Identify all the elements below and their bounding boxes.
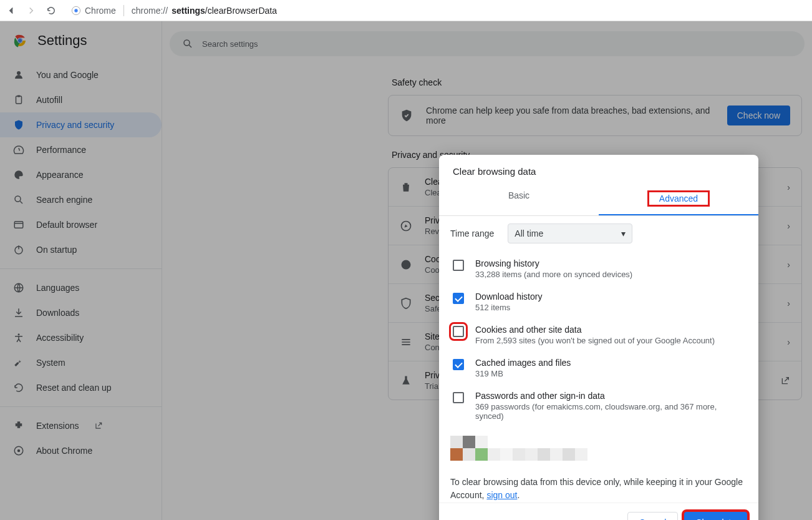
dialog-title: Clear browsing data	[439, 155, 758, 183]
signout-note: To clear browsing data from this device …	[450, 472, 747, 503]
tab-basic[interactable]: Basic	[439, 183, 599, 215]
caret-down-icon: ▾	[621, 228, 626, 238]
forward-button[interactable]	[25, 4, 37, 17]
checkbox-download-history[interactable]	[453, 293, 464, 304]
time-range-select[interactable]: All time ▾	[508, 223, 632, 243]
browser-toolbar: Chrome chrome://settings/clearBrowserDat…	[0, 0, 812, 21]
omnibox-url-bold: settings	[172, 6, 205, 16]
checkbox-browsing-history[interactable]	[453, 260, 464, 271]
cancel-button[interactable]: Cancel	[627, 512, 679, 520]
blurred-avatar-pixels	[450, 436, 747, 461]
option-browsing-history[interactable]: Browsing history33,288 items (and more o…	[450, 252, 747, 285]
option-passwords[interactable]: Passwords and other sign-in data369 pass…	[450, 385, 747, 427]
reload-button[interactable]	[45, 4, 57, 17]
chrome-icon	[71, 6, 81, 16]
dialog-tabs: Basic Advanced	[439, 183, 758, 216]
dialog-body[interactable]: Time range All time ▾ Browsing history33…	[439, 216, 758, 503]
dialog-actions: Cancel Clear data	[439, 503, 758, 520]
svg-point-1	[74, 9, 77, 12]
tab-advanced[interactable]: Advanced	[599, 183, 758, 215]
address-bar[interactable]: Chrome chrome://settings/clearBrowserDat…	[71, 5, 277, 16]
clear-browsing-data-dialog: Clear browsing data Basic Advanced Time …	[439, 155, 758, 520]
omnibox-url-rest: /clearBrowserData	[205, 6, 277, 16]
omnibox-product: Chrome	[85, 6, 116, 16]
time-range-label: Time range	[450, 228, 494, 238]
option-cached[interactable]: Cached images and files319 MB	[450, 351, 747, 385]
checkbox-cookies[interactable]	[453, 326, 464, 337]
checkbox-passwords[interactable]	[453, 392, 464, 403]
back-button[interactable]	[5, 4, 17, 17]
sign-out-link[interactable]: sign out	[486, 490, 517, 500]
option-cookies[interactable]: Cookies and other site dataFrom 2,593 si…	[450, 318, 747, 351]
option-download-history[interactable]: Download history512 items	[450, 285, 747, 318]
checkbox-cached[interactable]	[453, 359, 464, 370]
clear-data-button[interactable]: Clear data	[684, 512, 747, 520]
omnibox-url-prefix: chrome://	[132, 6, 168, 16]
time-range-row: Time range All time ▾	[450, 223, 747, 243]
time-range-value: All time	[515, 228, 543, 238]
tab-advanced-highlight: Advanced	[647, 190, 710, 207]
divider	[123, 5, 124, 16]
